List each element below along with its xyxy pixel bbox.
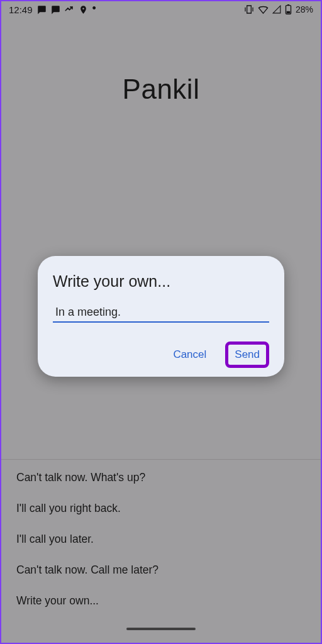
nav-pill[interactable]: [126, 628, 196, 630]
location-icon: [79, 5, 88, 14]
vibrate-icon: [244, 4, 254, 14]
cancel-button[interactable]: Cancel: [165, 342, 214, 367]
chat-bubble-icon: [37, 5, 47, 14]
signal-icon: [272, 5, 281, 14]
battery-pct: 28%: [296, 4, 313, 14]
chat-bubble-icon: [51, 5, 60, 14]
svg-rect-2: [287, 11, 291, 13]
write-your-own-dialog: Write your own... Cancel Send: [38, 256, 284, 377]
wifi-icon: [258, 4, 269, 15]
quick-response-item[interactable]: I'll call you right back.: [1, 496, 321, 526]
status-bar: 12:49 • 28%: [1, 1, 321, 18]
send-button[interactable]: Send: [235, 348, 260, 361]
quick-response-item[interactable]: Can't talk now. Call me later?: [1, 557, 321, 588]
svg-rect-1: [287, 4, 289, 6]
quick-response-item[interactable]: Write your own...: [1, 588, 321, 619]
quick-response-item[interactable]: Can't talk now. What's up?: [1, 460, 321, 496]
dialog-title: Write your own...: [53, 272, 269, 291]
caller-name: Pankil: [1, 74, 321, 105]
missed-call-icon: [65, 5, 74, 14]
battery-icon: [285, 4, 292, 14]
status-time: 12:49: [9, 4, 33, 15]
quick-response-item[interactable]: I'll call you later.: [1, 526, 321, 557]
tutorial-highlight: Send: [225, 341, 269, 368]
quick-response-panel: Can't talk now. What's up? I'll call you…: [1, 459, 321, 643]
custom-message-input[interactable]: [53, 306, 269, 323]
